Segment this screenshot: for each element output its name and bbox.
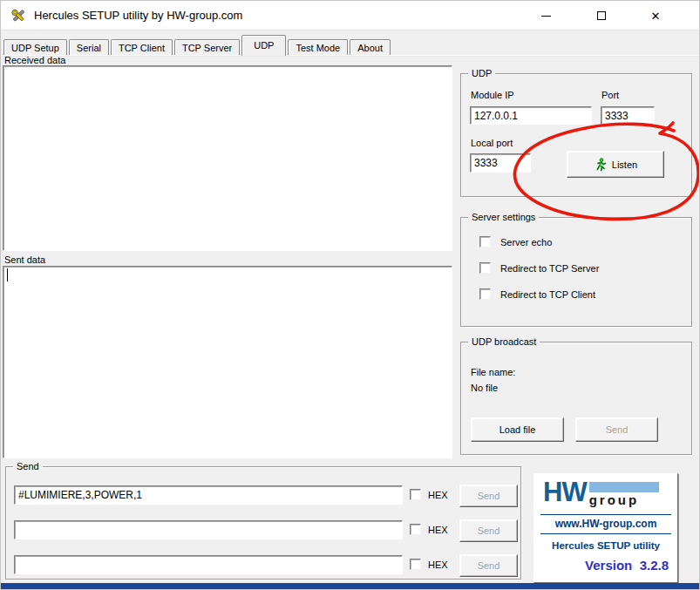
server-echo-label: Server echo <box>500 237 552 248</box>
tab-tcp-server[interactable]: TCP Server <box>174 39 240 56</box>
send-button-2-label: Send <box>478 526 500 536</box>
send-button-3[interactable]: Send <box>459 554 518 577</box>
file-name-value: No file <box>471 383 498 393</box>
file-name-label: File name: <box>471 367 515 377</box>
module-ip-label: Module IP <box>471 90 514 100</box>
titlebar: Hercules SETUP utility by HW-group.com ✕ <box>1 1 699 30</box>
udp-group: UDP Module IP Port Local port Listen <box>460 73 692 197</box>
module-ip-input[interactable] <box>470 106 592 125</box>
tab-udp-setup[interactable]: UDP Setup <box>3 39 67 56</box>
hw-group-logo-panel: HW group www.HW-group.com Hercules SETUP… <box>533 473 678 583</box>
redirect-tcp-client-checkbox[interactable] <box>479 288 491 300</box>
logo-app-name: Hercules SETUP utility <box>534 540 677 551</box>
udp-broadcast-group: UDP broadcast File name: No file Load fi… <box>460 342 692 455</box>
hex-checkbox-2[interactable] <box>410 524 421 535</box>
hex-label-2: HEX <box>428 525 448 535</box>
tab-test-mode[interactable]: Test Mode <box>288 39 348 56</box>
logo-right-block: group <box>589 482 659 507</box>
logo-lightblue-bar <box>589 482 659 492</box>
logo-version-label: Version <box>585 558 632 573</box>
broadcast-send-button[interactable]: Send <box>575 417 658 442</box>
logo-version-number: 3.2.8 <box>640 558 669 573</box>
local-port-input[interactable] <box>470 153 531 173</box>
received-data-label: Received data <box>4 55 65 65</box>
redirect-tcp-server-checkbox[interactable] <box>479 262 491 274</box>
send-button-1[interactable]: Send <box>459 485 518 507</box>
load-file-button[interactable]: Load file <box>471 417 564 442</box>
server-echo-checkbox[interactable] <box>479 236 491 248</box>
server-settings-title: Server settings <box>468 212 539 222</box>
maximize-button[interactable] <box>587 6 616 25</box>
udp-group-title: UDP <box>468 68 495 78</box>
window-title: Hercules SETUP utility by HW-group.com <box>34 9 242 22</box>
redirect-tcp-server-label: Redirect to TCP Server <box>500 263 599 274</box>
sent-data-area[interactable] <box>3 266 452 458</box>
load-file-label: Load file <box>500 424 536 435</box>
local-port-label: Local port <box>471 138 513 148</box>
server-settings-group: Server settings Server echo Redirect to … <box>460 217 692 327</box>
port-label: Port <box>601 90 619 100</box>
redirect-tcp-client-label: Redirect to TCP Client <box>500 289 595 300</box>
close-icon: ✕ <box>651 10 661 22</box>
tab-udp[interactable]: UDP <box>241 35 286 56</box>
logo-version: Version 3.2.8 <box>534 558 669 573</box>
listen-button[interactable]: Listen <box>567 151 664 178</box>
hercules-setup-window: Hercules SETUP utility by HW-group.com ✕… <box>0 0 700 590</box>
logo-divider-bottom <box>540 533 671 534</box>
text-caret <box>7 268 8 281</box>
logo-group-text: group <box>589 492 659 507</box>
logo-hw-text: HW <box>543 479 587 505</box>
received-data-area[interactable] <box>3 65 452 251</box>
tab-serial[interactable]: Serial <box>69 39 109 56</box>
tab-page-edge <box>1 55 699 56</box>
hex-label-1: HEX <box>428 490 448 500</box>
close-button[interactable]: ✕ <box>641 6 670 25</box>
hw-group-logo: HW group <box>543 479 659 507</box>
send-input-3[interactable] <box>14 555 403 574</box>
minimize-button[interactable] <box>531 6 561 25</box>
app-body: UDP Setup Serial TCP Client TCP Server U… <box>1 30 699 585</box>
send-button-3-label: Send <box>478 560 500 571</box>
send-group: Send HEX Send HEX Send HEX Send <box>5 466 521 580</box>
listen-button-label: Listen <box>612 159 637 170</box>
tab-about[interactable]: About <box>350 39 391 56</box>
broadcast-send-label: Send <box>606 424 629 435</box>
logo-website-link[interactable]: www.HW-group.com <box>534 518 677 530</box>
sent-data-label: Sent data <box>4 254 45 265</box>
hex-checkbox-3[interactable] <box>410 559 421 570</box>
send-input-2[interactable] <box>14 520 403 539</box>
taskbar-edge <box>1 583 700 589</box>
hex-checkbox-1[interactable] <box>410 489 421 500</box>
logo-divider-top <box>540 514 671 515</box>
port-input[interactable] <box>601 106 655 125</box>
running-man-icon <box>594 158 607 172</box>
minimize-icon <box>541 16 551 17</box>
send-button-2[interactable]: Send <box>459 519 518 542</box>
udp-broadcast-title: UDP broadcast <box>468 336 540 347</box>
tab-bar: UDP Setup Serial TCP Client TCP Server U… <box>3 35 392 56</box>
send-group-title: Send <box>13 461 43 471</box>
hex-label-3: HEX <box>428 559 448 570</box>
send-button-1-label: Send <box>478 491 500 501</box>
send-input-1[interactable] <box>14 485 403 505</box>
tab-tcp-client[interactable]: TCP Client <box>111 39 173 56</box>
app-icon <box>10 7 27 24</box>
maximize-icon <box>597 11 606 20</box>
